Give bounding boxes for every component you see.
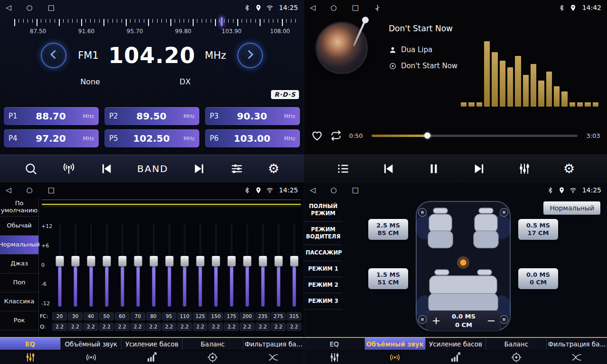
eq-slider-handle[interactable] (149, 256, 158, 266)
favorite-button[interactable] (311, 129, 323, 142)
eq-slider-handle[interactable] (259, 256, 267, 266)
eq-slider-handle[interactable] (181, 256, 189, 266)
eq-band-slider[interactable] (193, 219, 208, 310)
tab-bass-boost[interactable]: Усиление басов (121, 338, 182, 350)
eq-band-slider[interactable] (146, 219, 161, 310)
recents-button[interactable]: □ (352, 4, 359, 11)
preset-button-p4[interactable]: P497.20MHz (4, 129, 99, 147)
tab-surround[interactable]: Объёмный звук (61, 338, 121, 350)
eq-sliders-icon[interactable] (304, 351, 365, 364)
eq-slider-handle[interactable] (274, 256, 282, 266)
eq-slider-handle[interactable] (87, 256, 95, 266)
repeat-button[interactable] (330, 129, 342, 142)
eq-band-slider[interactable] (84, 219, 99, 310)
eq-preset-item[interactable]: Классика (0, 292, 38, 311)
back-button[interactable]: ◁ (310, 187, 316, 194)
search-icon[interactable] (24, 162, 37, 175)
bass-boost-icon[interactable] (121, 351, 182, 364)
balance-icon[interactable] (182, 351, 243, 364)
tab-crossover[interactable]: Фильтрация ба... (547, 338, 607, 350)
preset-button-p1[interactable]: P188.70MHz (4, 107, 99, 125)
surround-icon[interactable] (365, 351, 426, 364)
listening-position-dot[interactable] (460, 260, 467, 266)
eq-band-slider[interactable] (130, 219, 146, 310)
next-track-icon[interactable] (473, 162, 486, 175)
previous-track-icon[interactable] (382, 162, 395, 175)
preset-button-p6[interactable]: P6103.00MHz (205, 129, 300, 147)
tab-eq[interactable]: EQ (304, 338, 365, 350)
delay-rear-right[interactable]: 0.0 MS 0 CM (518, 268, 558, 289)
eq-band-slider[interactable] (99, 219, 115, 310)
crossover-icon[interactable] (243, 351, 304, 364)
eq-band-slider[interactable] (52, 219, 68, 310)
eq-band-slider[interactable] (255, 219, 271, 310)
eq-band-slider[interactable] (271, 219, 286, 310)
eq-slider-handle[interactable] (212, 256, 220, 266)
mixer-icon[interactable] (518, 162, 531, 175)
preset-button-p2[interactable]: P289.50MHz (104, 107, 199, 125)
settings-gear-icon[interactable]: ⚙ (268, 162, 280, 175)
tab-balance[interactable]: Баланс (486, 338, 547, 350)
eq-slider-handle[interactable] (165, 256, 173, 266)
mode-item[interactable]: РЕЖИМ 1 (304, 261, 342, 277)
eq-preset-item[interactable]: По умолчанию (0, 198, 38, 217)
recents-button[interactable]: □ (48, 4, 55, 11)
mode-item[interactable]: ПОЛНЫЙ РЕЖИМ (304, 199, 342, 222)
recents-button[interactable]: □ (48, 187, 55, 194)
mode-item[interactable]: РЕЖИМ 2 (304, 277, 342, 293)
back-button[interactable]: ◁ (6, 187, 11, 194)
eq-slider-handle[interactable] (134, 256, 142, 266)
settings-gear-icon[interactable]: ⚙ (563, 162, 575, 175)
eq-slider-handle[interactable] (228, 256, 236, 266)
pause-button-icon[interactable] (427, 162, 440, 175)
eq-band-slider[interactable] (208, 219, 224, 310)
playlist-icon[interactable] (336, 162, 350, 175)
mode-item[interactable]: ПАССАЖИР (304, 245, 342, 261)
home-button[interactable]: ○ (27, 187, 33, 194)
eq-band-slider[interactable] (240, 219, 255, 310)
tab-bass-boost[interactable]: Усиление басов (426, 338, 486, 350)
eq-slider-handle[interactable] (118, 256, 126, 266)
next-station-icon[interactable] (193, 162, 206, 175)
surround-icon[interactable] (61, 351, 121, 364)
recents-button[interactable]: □ (352, 187, 359, 194)
home-button[interactable]: ○ (27, 4, 33, 11)
eq-preset-item[interactable]: Обычай (0, 217, 38, 236)
increase-delay-button[interactable]: + (427, 316, 445, 326)
delay-rear-left[interactable]: 1.5 MS 51 CM (368, 268, 408, 289)
balance-icon[interactable] (486, 351, 547, 364)
eq-slider-handle[interactable] (290, 256, 298, 266)
eq-band-slider[interactable] (161, 219, 177, 310)
tab-surround[interactable]: Объёмный звук (365, 338, 426, 350)
previous-station-icon[interactable] (100, 162, 113, 175)
eq-slider-handle[interactable] (196, 256, 205, 266)
eq-slider-handle[interactable] (243, 256, 251, 266)
seek-bar[interactable] (372, 135, 578, 137)
delay-front-left[interactable]: 2.5 MS 85 CM (368, 219, 408, 240)
eq-slider-handle[interactable] (72, 256, 80, 266)
preset-button-p3[interactable]: P390.30MHz (205, 107, 300, 125)
back-button[interactable]: ◁ (6, 4, 11, 11)
progress-thumb[interactable] (424, 133, 430, 139)
back-button[interactable]: ◁ (310, 4, 316, 11)
audio-settings-icon[interactable] (230, 162, 243, 175)
home-button[interactable]: ○ (331, 4, 337, 11)
mode-item[interactable]: РЕЖИМ 3 (304, 293, 342, 309)
frequency-scale[interactable]: 87.5091.6095.7099.80103.90108.00 (0, 17, 304, 39)
eq-preset-item[interactable]: Рок (0, 311, 38, 330)
eq-band-slider[interactable] (224, 219, 240, 310)
eq-band-slider[interactable] (286, 219, 302, 310)
eq-slider-handle[interactable] (103, 256, 111, 266)
field-preset-button[interactable]: Нормальный (543, 201, 600, 215)
tab-eq[interactable]: EQ (0, 338, 61, 350)
tune-up-button[interactable] (237, 43, 263, 68)
eq-preset-item[interactable]: Нормальный (0, 236, 38, 255)
band-button[interactable]: BAND (137, 163, 168, 174)
eq-band-slider[interactable] (177, 219, 193, 310)
home-button[interactable]: ○ (331, 187, 337, 194)
eq-slider-handle[interactable] (56, 256, 64, 266)
decrease-delay-button[interactable]: − (482, 316, 500, 326)
preset-button-p5[interactable]: P5102.50MHz (104, 129, 199, 147)
tab-crossover[interactable]: Фильтрация ба... (243, 338, 304, 350)
eq-sliders-icon[interactable] (0, 351, 61, 364)
